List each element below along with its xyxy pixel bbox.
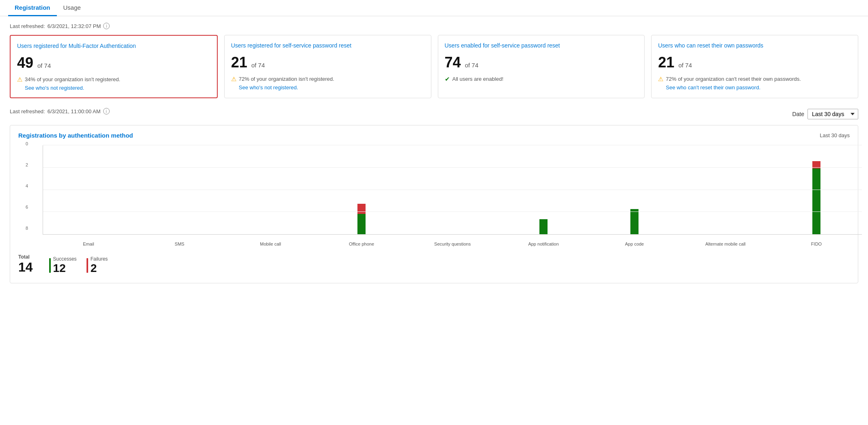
date-filter-label: Date — [792, 111, 804, 117]
legend-successes: Successes 12 — [49, 256, 77, 275]
legend-total: Total 14 — [18, 254, 33, 275]
card-enabled[interactable]: Users enabled for self-service password … — [438, 35, 645, 98]
card-can-reset-warning-text: 72% of your organization can't reset the… — [666, 76, 801, 82]
card-sspr-warning-text: 72% of your organization isn't registere… — [239, 76, 334, 82]
bar-failure-seg — [357, 204, 366, 214]
top-refresh-label: Last refreshed: 6/3/2021, 12:32:07 PM i — [10, 23, 858, 29]
bar-group: FIDO — [771, 145, 862, 234]
legend-success-info: Successes 12 — [53, 256, 77, 275]
bar-group: Mobile call — [225, 145, 316, 234]
y-grid-line — [43, 211, 862, 212]
y-axis-label: 4 — [18, 183, 28, 188]
card-sspr[interactable]: Users registered for self-service passwo… — [224, 35, 431, 98]
chart-title: Registrations by authentication method — [18, 132, 133, 139]
bar-group: SMS — [134, 145, 225, 234]
bar-success-seg — [812, 168, 820, 235]
chart-period: Last 30 days — [820, 132, 850, 138]
main-content: Last refreshed: 6/3/2021, 12:32:07 PM i … — [0, 16, 868, 290]
tab-registration[interactable]: Registration — [8, 0, 57, 16]
bar-success-seg — [539, 219, 548, 235]
chart-refresh-info-icon[interactable]: i — [103, 108, 110, 114]
date-filter-select[interactable]: Last 30 days Last 7 days Last 24 hours — [807, 109, 858, 119]
y-axis-label: 2 — [18, 162, 28, 167]
legend-failures: Failures 2 — [87, 256, 108, 275]
bar-group: App notification — [498, 145, 589, 234]
chart-legend: Total 14 Successes 12 Failures 2 — [18, 254, 850, 275]
y-axis-label: 8 — [18, 226, 28, 231]
card-mfa-count-row: 49 of 74 — [17, 54, 210, 71]
card-mfa-link[interactable]: See who's not registered. — [25, 85, 120, 91]
tab-bar: Registration Usage — [0, 0, 868, 16]
legend-failure-value: 2 — [91, 262, 108, 275]
bar-stack — [812, 161, 820, 234]
card-mfa-warning: ⚠ 34% of your organization isn't registe… — [17, 76, 210, 91]
card-sspr-warning-icon: ⚠ — [231, 76, 236, 83]
chart-header: Registrations by authentication method L… — [18, 132, 850, 139]
bar-label: Office phone — [349, 242, 374, 246]
tab-usage[interactable]: Usage — [57, 0, 87, 16]
date-filter: Date Last 30 days Last 7 days Last 24 ho… — [792, 109, 858, 119]
bar-group: App code — [589, 145, 680, 234]
card-sspr-warning: ⚠ 72% of your organization isn't registe… — [231, 75, 424, 91]
legend-success-value: 12 — [53, 262, 77, 275]
y-grid-line — [43, 145, 862, 145]
card-mfa-warning-text: 34% of your organization isn't registere… — [25, 76, 120, 82]
card-can-reset-count-row: 21 of 74 — [658, 54, 851, 71]
card-sspr-title[interactable]: Users registered for self-service passwo… — [231, 42, 424, 50]
card-can-reset-link[interactable]: See who can't reset their own password. — [666, 84, 801, 91]
y-axis-label: 0 — [18, 141, 28, 146]
top-refresh-info-icon[interactable]: i — [103, 23, 110, 29]
bar-label: App notification — [528, 242, 558, 246]
card-enabled-success-icon: ✔ — [445, 76, 450, 83]
legend-failure-color — [87, 258, 88, 273]
card-mfa-of: of 74 — [37, 62, 51, 69]
card-sspr-link[interactable]: See who's not registered. — [239, 84, 334, 91]
bar-group: Email — [43, 145, 134, 234]
card-sspr-count: 21 — [231, 54, 247, 71]
legend-failure-info: Failures 2 — [91, 256, 108, 275]
card-enabled-count-row: 74 of 74 — [445, 54, 638, 71]
card-enabled-warning-text: All users are enabled! — [452, 75, 504, 83]
card-can-reset-of: of 74 — [678, 62, 692, 69]
chart-wrapper: 86420 EmailSMSMobile callOffice phoneSec… — [18, 141, 850, 235]
card-can-reset-warning-icon: ⚠ — [658, 76, 663, 83]
summary-cards: Users registered for Multi-Factor Authen… — [10, 35, 858, 98]
card-enabled-of: of 74 — [465, 62, 478, 69]
card-can-reset-title[interactable]: Users who can reset their own passwords — [658, 42, 851, 50]
bar-label: FIDO — [811, 242, 822, 246]
chart-area: EmailSMSMobile callOffice phoneSecurity … — [43, 145, 862, 235]
card-can-reset[interactable]: Users who can reset their own passwords … — [651, 35, 858, 98]
card-sspr-of: of 74 — [251, 62, 265, 69]
card-mfa[interactable]: Users registered for Multi-Factor Authen… — [10, 35, 218, 98]
legend-failure-label: Failures — [91, 256, 108, 262]
card-can-reset-count: 21 — [658, 54, 674, 71]
y-grid-line — [43, 190, 862, 190]
legend-total-label: Total — [18, 254, 33, 260]
legend-success-label: Successes — [53, 256, 77, 262]
bar-group: Security questions — [407, 145, 498, 234]
bar-label: Security questions — [434, 242, 471, 246]
card-can-reset-warning: ⚠ 72% of your organization can't reset t… — [658, 75, 851, 91]
card-mfa-count: 49 — [17, 54, 33, 71]
bar-stack — [357, 204, 366, 234]
bar-group: Office phone — [316, 145, 407, 234]
bar-label: SMS — [175, 242, 184, 246]
bar-label: Email — [83, 242, 94, 246]
y-grid-line — [43, 167, 862, 168]
card-sspr-count-row: 21 of 74 — [231, 54, 424, 71]
chart-refresh-label: Last refreshed: 6/3/2021, 11:00:00 AM i — [10, 108, 110, 114]
card-mfa-warning-icon: ⚠ — [17, 76, 22, 83]
bar-label: App code — [625, 242, 644, 246]
card-enabled-warning: ✔ All users are enabled! — [445, 75, 638, 83]
y-axis-label: 6 — [18, 205, 28, 209]
chart-container: Registrations by authentication method L… — [10, 125, 858, 283]
bar-stack — [630, 209, 639, 235]
bar-label: Alternate mobile call — [705, 242, 745, 246]
y-axis: 86420 — [18, 141, 30, 231]
legend-success-color — [49, 258, 51, 273]
bar-success-seg — [357, 214, 366, 234]
card-mfa-title[interactable]: Users registered for Multi-Factor Authen… — [17, 42, 210, 50]
card-enabled-count: 74 — [445, 54, 461, 71]
bar-stack — [539, 219, 548, 235]
card-enabled-title[interactable]: Users enabled for self-service password … — [445, 42, 638, 50]
